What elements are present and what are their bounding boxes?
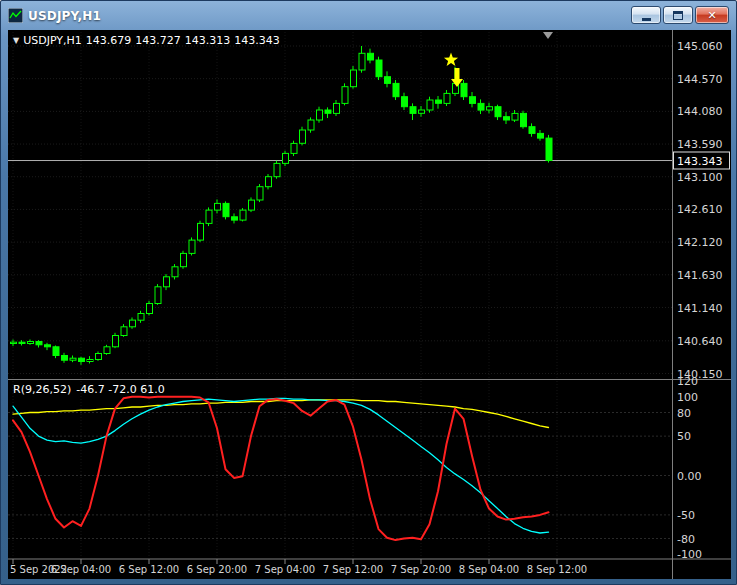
chart-icon <box>8 8 23 23</box>
svg-text:50: 50 <box>677 430 691 443</box>
svg-text:141.140: 141.140 <box>677 302 723 315</box>
chart-client-area: 145.060144.570144.080143.590143.100142.6… <box>8 30 731 579</box>
svg-text:-100: -100 <box>677 548 702 561</box>
svg-text:6 Sep 12:00: 6 Sep 12:00 <box>119 564 179 575</box>
svg-text:-50: -50 <box>677 509 695 522</box>
maximize-icon <box>673 11 683 20</box>
minimize-button[interactable] <box>631 6 661 24</box>
indicator-values: -46.7 -72.0 61.0 <box>76 383 164 396</box>
window-controls: ✕ <box>631 6 729 24</box>
svg-text:142.120: 142.120 <box>677 236 723 249</box>
titlebar[interactable]: USDJPY,H1 ✕ <box>1 1 736 30</box>
app-window: USDJPY,H1 ✕ 145.060144.570144.080143.590… <box>0 0 737 585</box>
svg-text:100: 100 <box>677 391 698 404</box>
collapse-triangle-icon[interactable]: ▼ <box>13 36 19 45</box>
close-button[interactable]: ✕ <box>695 6 729 24</box>
ohlc-high: 143.727 <box>135 34 181 47</box>
svg-text:7 Sep 04:00: 7 Sep 04:00 <box>255 564 315 575</box>
svg-text:143.100: 143.100 <box>677 171 723 184</box>
ohlc-open: 143.679 <box>86 34 132 47</box>
svg-text:-80: -80 <box>677 533 695 546</box>
svg-text:6 Sep 04:00: 6 Sep 04:00 <box>51 564 111 575</box>
svg-text:6 Sep 20:00: 6 Sep 20:00 <box>187 564 247 575</box>
svg-text:7 Sep 12:00: 7 Sep 12:00 <box>323 564 383 575</box>
svg-text:140.640: 140.640 <box>677 335 723 348</box>
svg-text:143.590: 143.590 <box>677 138 723 151</box>
svg-text:0.00: 0.00 <box>677 470 702 483</box>
indicator-name: R(9,26,52) <box>13 383 71 396</box>
maximize-button[interactable] <box>663 6 693 24</box>
svg-text:7 Sep 20:00: 7 Sep 20:00 <box>391 564 451 575</box>
ohlc-low: 143.313 <box>185 34 231 47</box>
svg-text:145.060: 145.060 <box>677 40 723 53</box>
svg-text:144.570: 144.570 <box>677 73 723 86</box>
svg-text:144.080: 144.080 <box>677 105 723 118</box>
svg-text:120: 120 <box>677 375 698 388</box>
svg-text:8 Sep 04:00: 8 Sep 04:00 <box>459 564 519 575</box>
ohlc-readout: ▼USDJPY,H1143.679143.727143.313143.343 <box>13 34 284 47</box>
ohlc-symbol: USDJPY,H1 <box>23 34 82 47</box>
svg-text:142.610: 142.610 <box>677 203 723 216</box>
svg-text:8 Sep 12:00: 8 Sep 12:00 <box>527 564 587 575</box>
svg-text:143.343: 143.343 <box>677 155 723 168</box>
window-title: USDJPY,H1 <box>28 9 101 23</box>
indicator-readout[interactable]: R(9,26,52)-46.7 -72.0 61.0 <box>13 383 170 396</box>
minimize-icon <box>642 18 651 21</box>
svg-text:80: 80 <box>677 407 691 420</box>
ohlc-close: 143.343 <box>234 34 280 47</box>
svg-text:141.630: 141.630 <box>677 269 723 282</box>
chart-canvas[interactable]: 145.060144.570144.080143.590143.100142.6… <box>8 30 731 579</box>
close-icon: ✕ <box>707 10 716 21</box>
